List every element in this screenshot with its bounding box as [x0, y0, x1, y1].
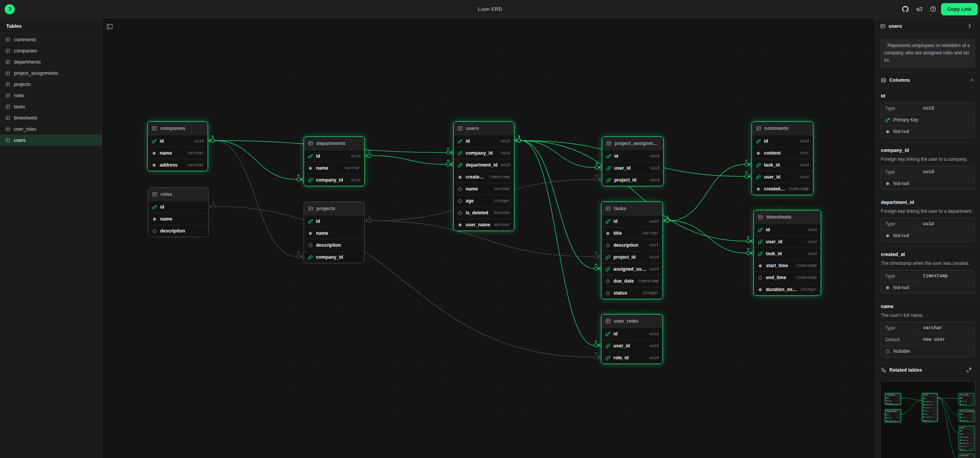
column-row-users-id[interactable]: id uuid	[454, 135, 514, 147]
erd-node-users[interactable]: users id uuid company_id uuid department…	[453, 121, 514, 231]
attribute-flag-label: Not-null	[893, 233, 909, 238]
column-row-tasks-title[interactable]: title varchar	[602, 227, 662, 239]
column-row-user_roles-id[interactable]: id uuid	[602, 328, 662, 340]
key-icon	[308, 154, 313, 159]
node-body: id uuid title varchar description text p…	[602, 215, 662, 299]
column-name: name	[316, 231, 357, 236]
column-row-departments-name[interactable]: name varchar	[304, 162, 364, 174]
column-row-projects-name[interactable]: name	[304, 227, 364, 239]
column-row-user_roles-role_id[interactable]: role_id uuid	[602, 352, 662, 364]
erd-node-roles[interactable]: roles id name description	[148, 187, 209, 237]
column-type: uuid	[351, 154, 360, 158]
liam-logo[interactable]	[5, 4, 15, 14]
sidebar-item-projects[interactable]: projects	[0, 79, 102, 90]
column-row-tasks-due_date[interactable]: due_date timestamp	[602, 275, 662, 287]
help-button[interactable]	[927, 3, 939, 15]
related-tables-minimap[interactable]: companies iduuidnamevarcharaddressvarcha…	[880, 381, 975, 458]
column-name: is_deleted	[466, 210, 491, 216]
column-row-roles-name[interactable]: name	[148, 213, 208, 225]
open-related-tables-button[interactable]	[963, 364, 975, 376]
sidebar-item-departments[interactable]: departments	[0, 56, 102, 67]
column-row-comments-id[interactable]: id uuid	[752, 135, 813, 147]
column-row-users-created_at[interactable]: created_at timestamp	[454, 171, 514, 183]
sidebar-item-timesheets[interactable]: timesheets	[0, 112, 102, 123]
column-row-departments-company_id[interactable]: company_id uuid	[304, 174, 364, 186]
column-row-roles-description[interactable]: description	[148, 225, 208, 237]
liam-erd-app: Liam ERD Copy Link Tables comments compa…	[0, 0, 980, 458]
column-row-projects-company_id[interactable]: company_id	[304, 251, 364, 263]
column-row-timesheets-start_time[interactable]: start_time timestamp	[754, 259, 821, 271]
column-row-timesheets-duration_minutes[interactable]: duration_minutes integer	[754, 283, 821, 295]
column-row-timesheets-end_time[interactable]: end_time timestamp	[754, 271, 821, 283]
column-row-companies-name[interactable]: name varchar	[148, 147, 208, 159]
copy-link-button[interactable]: Copy Link	[941, 3, 978, 15]
column-row-users-department_id[interactable]: department_id uuid	[454, 159, 514, 171]
column-type: uuid	[649, 332, 659, 336]
column-row-projects-id[interactable]: id	[304, 215, 364, 227]
erd-node-companies[interactable]: companies id uuid name varchar address v…	[147, 121, 208, 171]
erd-node-projects[interactable]: projects id name description company_id	[304, 202, 365, 263]
sidebar-item-user_roles[interactable]: user_roles	[0, 123, 102, 135]
column-row-comments-content[interactable]: content text	[752, 147, 813, 159]
erd-node-user_roles[interactable]: user_roles id uuid user_id uuid role_id …	[601, 314, 663, 364]
column-row-tasks-description[interactable]: description text	[602, 239, 662, 251]
erd-node-timesheets[interactable]: timesheets id uuid user_id uuid task_id …	[754, 210, 821, 296]
link-icon	[756, 175, 761, 180]
column-row-companies-id[interactable]: id uuid	[148, 135, 208, 147]
column-type: uuid	[650, 178, 659, 182]
diamond-filled-icon	[152, 163, 157, 168]
sidebar-item-companies[interactable]: companies	[0, 45, 102, 56]
column-row-departments-id[interactable]: id uuid	[304, 150, 364, 162]
erd-node-tasks[interactable]: tasks id uuid title varchar description …	[601, 202, 663, 299]
column-row-tasks-project_id[interactable]: project_id uuid	[602, 251, 662, 263]
column-type: varchar	[188, 151, 204, 155]
erd-canvas[interactable]: 1n1n1n1n1n1n1n1n1n1n1n1n1n1n companies i…	[102, 19, 875, 458]
table-icon	[880, 24, 885, 29]
column-row-users-company_id[interactable]: company_id uuid	[454, 147, 514, 159]
column-row-users-user_name[interactable]: user_name varchar	[454, 219, 514, 231]
sidebar-item-comments[interactable]: comments	[0, 34, 102, 45]
column-row-timesheets-task_id[interactable]: task_id uuid	[754, 248, 821, 259]
column-row-comments-task_id[interactable]: task_id uuid	[752, 159, 813, 171]
column-type: varchar	[494, 223, 510, 227]
column-row-users-age[interactable]: age integer	[454, 195, 514, 207]
column-type: uuid	[649, 344, 659, 348]
diamond-filled-icon	[885, 129, 890, 134]
column-row-users-is_deleted[interactable]: is_deleted boolean	[454, 207, 514, 219]
column-row-users-name[interactable]: name varchar	[454, 183, 514, 195]
column-row-project_assignments-project_id[interactable]: project_id uuid	[602, 174, 663, 186]
column-detail-description: Foreign key linking the user to a depart…	[881, 208, 975, 215]
erd-node-departments[interactable]: departments id uuid name varchar company…	[304, 136, 365, 186]
column-row-tasks-assigned_user_id[interactable]: assigned_user_id uuid	[602, 263, 662, 275]
column-row-roles-id[interactable]: id	[148, 201, 208, 213]
sidebar-item-roles[interactable]: roles	[0, 90, 102, 101]
column-row-timesheets-user_id[interactable]: user_id uuid	[754, 236, 821, 248]
columns-section-header[interactable]: Columns	[875, 73, 980, 88]
attribute-flag-row: Primary Key	[881, 114, 974, 126]
erd-node-project_assignments[interactable]: project_assignments id uuid user_id uuid…	[602, 136, 664, 186]
column-row-tasks-status[interactable]: status integer	[602, 287, 662, 299]
column-row-companies-address[interactable]: address varchar	[148, 159, 208, 171]
attribute-label: Type	[881, 103, 918, 114]
github-button[interactable]	[899, 3, 911, 15]
sidebar-item-users[interactable]: users	[0, 135, 102, 146]
column-row-timesheets-id[interactable]: id uuid	[754, 224, 821, 236]
announcements-button[interactable]	[913, 3, 925, 15]
column-row-user_roles-user_id[interactable]: user_id uuid	[602, 340, 662, 352]
close-panel-button[interactable]	[964, 20, 975, 32]
column-row-comments-user_id[interactable]: user_id uuid	[752, 171, 813, 183]
sidebar-toggle-button[interactable]	[106, 23, 113, 31]
column-row-projects-description[interactable]: description	[304, 239, 364, 251]
sidebar-item-project_assignments[interactable]: project_assignments	[0, 67, 102, 79]
column-row-tasks-id[interactable]: id uuid	[602, 215, 662, 227]
attribute-flag-row: Not-null	[881, 282, 974, 293]
sidebar-item-tasks[interactable]: tasks	[0, 101, 102, 112]
table-name: project_assignments	[615, 141, 659, 146]
column-row-project_assignments-id[interactable]: id uuid	[602, 150, 663, 162]
erd-node-comments[interactable]: comments id uuid content text task_id uu…	[752, 121, 813, 195]
column-name: name	[316, 165, 341, 171]
column-row-comments-created_at[interactable]: created_at timestamp	[752, 183, 813, 195]
minimap-column-row: due_datetimestamp	[959, 445, 974, 448]
column-row-project_assignments-user_id[interactable]: user_id uuid	[602, 162, 663, 174]
column-type: uuid	[800, 163, 809, 167]
